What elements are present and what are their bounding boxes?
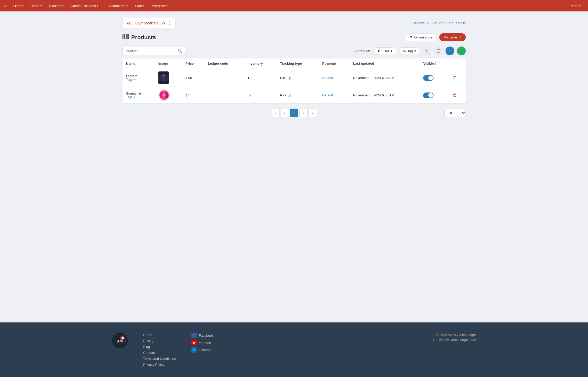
row1-image: [155, 69, 182, 87]
col-price: Price: [182, 58, 204, 69]
page-size-wrapper: 10 25 50 100: [444, 109, 466, 117]
svg-rect-1: [124, 34, 124, 39]
search-button[interactable]: 🔍: [178, 49, 183, 54]
row1-inventory: 12: [244, 69, 276, 87]
footer-social-facebook[interactable]: f Facebook: [191, 333, 214, 338]
nav-item-microsite[interactable]: Microsite ▾: [148, 2, 171, 9]
footer-link-privacy[interactable]: Privacy Policy: [143, 363, 176, 367]
svg-rect-2: [124, 34, 125, 39]
row1-name: Leotard Tags ✏: [122, 69, 155, 87]
microsite-button[interactable]: Microsite ↗: [439, 33, 466, 41]
edit-icon: ✏: [133, 78, 136, 82]
svg-rect-3: [126, 34, 126, 39]
nav-item-classes[interactable]: Classes ▾: [46, 2, 66, 9]
filter-button[interactable]: ▼ Filter ▾: [373, 47, 396, 55]
svg-rect-6: [128, 34, 129, 39]
filter-icon: ▼: [377, 49, 380, 53]
search-wrapper: 🔍: [122, 47, 185, 55]
row1-ledger: [204, 69, 244, 87]
org-name: ABC Gymnastics Club: [126, 21, 165, 25]
table-row: Scrunchie Tags ✏: [122, 87, 466, 104]
row2-delete: 🗑: [449, 87, 466, 104]
header-row: ABC Gymnastics Club ⋮ Balance 300 SMS or…: [122, 18, 466, 28]
pagination-first[interactable]: «: [271, 109, 280, 117]
page-actions: ⚙ Online store Microsite ↗: [405, 33, 466, 41]
products-table: Name Image Price Ledger code Inventory T…: [122, 58, 466, 103]
balance-info: Balance 300 SMS or 29,971 emails: [413, 21, 466, 25]
pagination-last[interactable]: »: [309, 109, 317, 117]
footer-copyright: © 2024 Activity Messenger info@activitym…: [433, 333, 476, 343]
settings-icon: ⚙: [409, 35, 412, 39]
balance-sms: 300 SMS: [426, 21, 440, 25]
footer: AM 💬 Home Pricing Blog Contact Terms and…: [0, 322, 588, 377]
row1-delete: 🗑: [449, 69, 466, 87]
row2-tracking: Pick up: [276, 87, 319, 104]
row1-price: $ 80: [182, 69, 204, 87]
org-name-badge: ABC Gymnastics Club ⋮: [122, 18, 176, 28]
nav-item-forms[interactable]: Forms ▾: [27, 2, 45, 9]
linkedin-icon: in: [191, 347, 197, 353]
home-icon[interactable]: ⌂: [4, 3, 7, 9]
footer-link-pricing[interactable]: Pricing: [143, 339, 176, 343]
footer-social-youtube[interactable]: ▶ Youtube: [191, 340, 214, 345]
refresh-icon: ↻: [425, 49, 429, 54]
row1-payment[interactable]: Default: [319, 69, 350, 87]
page-title: Products: [122, 34, 156, 41]
menu-icon: ☰: [437, 49, 440, 54]
row2-tags[interactable]: Tags ✏: [126, 95, 151, 99]
row1-tracking: Pick up: [276, 69, 319, 87]
tag-button[interactable]: 🏷 Tag ▾: [399, 47, 420, 55]
menu-button[interactable]: ☰: [434, 47, 443, 55]
col-tracking: Tracking type: [276, 58, 319, 69]
col-image: Image: [155, 58, 182, 69]
export-button[interactable]: ↓: [457, 47, 466, 55]
footer-link-terms[interactable]: Terms and Conditions: [143, 357, 176, 361]
nav-item-more[interactable]: More ▾: [567, 2, 584, 9]
visible-info-icon[interactable]: ℹ: [435, 62, 436, 65]
page-size-select[interactable]: 10 25 50 100: [444, 109, 466, 117]
pagination-current[interactable]: 1: [290, 109, 298, 117]
col-actions: [449, 58, 466, 69]
nav-item-communications[interactable]: Communications ▾: [68, 2, 101, 9]
footer-link-home[interactable]: Home: [143, 333, 176, 337]
refresh-button[interactable]: ↻: [423, 47, 431, 55]
row2-payment: Default: [319, 87, 350, 104]
youtube-icon: ▶: [191, 340, 197, 345]
search-input[interactable]: [122, 47, 185, 55]
svg-text:💬: 💬: [121, 337, 124, 340]
footer-link-blog[interactable]: Blog: [143, 345, 176, 349]
toolbar: 🔍 2 products ▼ Filter ▾ 🏷 Tag ▾ ↻ ☰ +: [122, 47, 466, 55]
row2-visible-toggle[interactable]: [423, 92, 434, 98]
row1-tags[interactable]: Tags ✏: [126, 78, 151, 82]
svg-rect-4: [126, 34, 127, 39]
svg-rect-0: [122, 34, 123, 39]
col-name: Name: [122, 58, 155, 69]
tag-arrow-icon: ▾: [414, 49, 416, 53]
nav-item-staff[interactable]: Staff ▾: [132, 2, 147, 9]
col-payment: Payment: [319, 58, 350, 69]
row2-last-updated: November 8, 2024 6:33 AM: [350, 87, 420, 104]
pagination-prev[interactable]: ‹: [281, 109, 289, 117]
footer-link-contact[interactable]: Contact: [143, 351, 176, 355]
row2-image: [155, 87, 182, 104]
filter-arrow-icon: ▾: [391, 49, 392, 53]
add-button[interactable]: +: [445, 47, 454, 55]
org-options-icon[interactable]: ⋮: [167, 20, 172, 26]
col-ledger: Ledger code: [204, 58, 244, 69]
svg-point-13: [163, 94, 165, 96]
row1-visible-toggle[interactable]: [423, 75, 434, 81]
online-store-button[interactable]: ⚙ Online store: [405, 33, 437, 41]
footer-social-linkedin[interactable]: in LinkedIn: [191, 347, 214, 353]
tag-icon: 🏷: [403, 49, 406, 53]
balance-email: 29,971 emails: [445, 21, 466, 25]
row2-delete-button[interactable]: 🗑: [453, 93, 457, 97]
nav-item-lists[interactable]: Lists ▾: [10, 2, 26, 9]
nav-item-ecommerce[interactable]: E-Commerce ▾: [102, 2, 131, 9]
row2-price: $ 5: [182, 87, 204, 104]
row1-delete-button[interactable]: 🗑: [453, 75, 457, 80]
row2-name: Scrunchie Tags ✏: [122, 87, 155, 104]
svg-rect-5: [127, 34, 128, 39]
footer-social: f Facebook ▶ Youtube in LinkedIn: [191, 333, 214, 353]
pagination-next[interactable]: ›: [299, 109, 308, 117]
navigation: ⌂ Lists ▾ Forms ▾ Classes ▾ Communicatio…: [0, 0, 588, 11]
